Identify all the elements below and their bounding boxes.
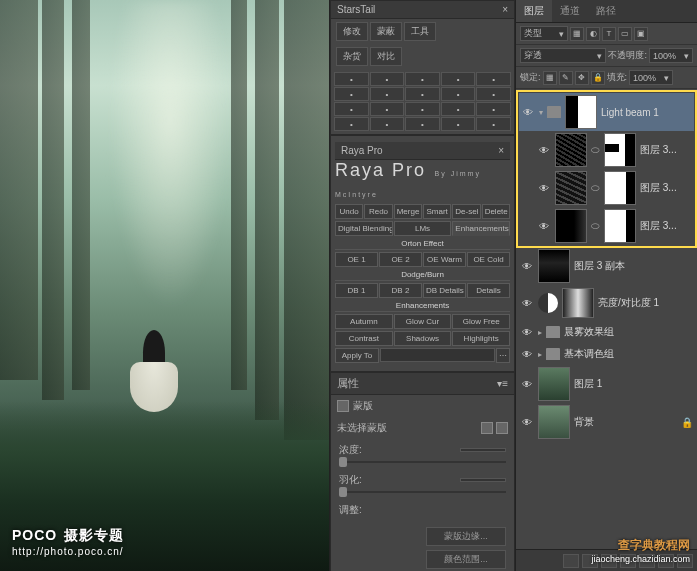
layer-name[interactable]: 基本调色组 — [564, 347, 614, 361]
tool-icon[interactable]: • — [441, 117, 476, 131]
tool-icon[interactable]: • — [370, 72, 405, 86]
layer-row[interactable]: 👁 ⬭ 图层 3... — [519, 169, 694, 207]
tool-icon[interactable]: • — [441, 87, 476, 101]
vector-mask-icon[interactable] — [496, 422, 508, 434]
oewarm-button[interactable]: OE Warm — [423, 252, 466, 267]
shadows-button[interactable]: Shadows — [394, 331, 452, 346]
db2-button[interactable]: DB 2 — [379, 283, 422, 298]
layer-mask[interactable] — [604, 209, 636, 243]
filter-pixel-icon[interactable]: ▦ — [570, 27, 584, 41]
details-button[interactable]: Details — [467, 283, 510, 298]
tool-icon[interactable]: • — [370, 117, 405, 131]
starstail-tab[interactable]: 修改 — [336, 22, 368, 41]
oecold-button[interactable]: OE Cold — [467, 252, 510, 267]
layer-thumb[interactable] — [555, 171, 587, 205]
lock-transparent-icon[interactable]: ▦ — [543, 71, 557, 85]
starstail-tab[interactable]: 对比 — [370, 47, 402, 66]
color-range-button[interactable]: 颜色范围... — [426, 550, 506, 569]
layer-row[interactable]: 👁 ▸ 基本调色组 — [518, 343, 695, 365]
highlights-button[interactable]: Highlights — [452, 331, 510, 346]
layer-name[interactable]: 图层 3... — [640, 143, 677, 157]
layer-thumb[interactable] — [538, 405, 570, 439]
undo-button[interactable]: Undo — [335, 204, 363, 219]
layer-row[interactable]: 👁 ▸ 晨雾效果组 — [518, 321, 695, 343]
apply-options-button[interactable]: ⋯ — [496, 348, 510, 363]
tool-icon[interactable]: • — [370, 102, 405, 116]
oe1-button[interactable]: OE 1 — [335, 252, 378, 267]
visibility-icon[interactable]: 👁 — [520, 347, 534, 361]
visibility-icon[interactable]: 👁 — [537, 143, 551, 157]
lock-pixels-icon[interactable]: ✎ — [559, 71, 573, 85]
mask-type-icon[interactable] — [337, 400, 349, 412]
visibility-icon[interactable]: 👁 — [521, 105, 535, 119]
tool-icon[interactable]: • — [476, 117, 511, 131]
starstail-tab[interactable]: 蒙蔽 — [370, 22, 402, 41]
tool-icon[interactable]: • — [334, 102, 369, 116]
tab-paths[interactable]: 路径 — [588, 0, 624, 22]
tool-icon[interactable]: • — [405, 87, 440, 101]
tab-enhancements[interactable]: Enhancements — [452, 221, 510, 236]
filter-shape-icon[interactable]: ▭ — [618, 27, 632, 41]
visibility-icon[interactable]: 👁 — [537, 219, 551, 233]
filter-adjust-icon[interactable]: ◐ — [586, 27, 600, 41]
visibility-icon[interactable]: 👁 — [520, 296, 534, 310]
opacity-input[interactable]: 100%▾ — [649, 48, 693, 63]
contrast-button[interactable]: Contrast — [335, 331, 393, 346]
close-icon[interactable]: × — [502, 4, 508, 15]
mask-edge-button[interactable]: 蒙版边缘... — [426, 527, 506, 546]
layer-mask[interactable] — [565, 95, 597, 129]
filter-smart-icon[interactable]: ▣ — [634, 27, 648, 41]
tool-icon[interactable]: • — [441, 72, 476, 86]
document-canvas[interactable]: POCO 摄影专题 http://photo.poco.cn/ — [0, 0, 329, 571]
layer-row[interactable]: 👁 图层 3 副本 — [518, 247, 695, 285]
tool-icon[interactable]: • — [476, 102, 511, 116]
layer-name[interactable]: 背景 — [574, 415, 594, 429]
layer-row[interactable]: 👁 亮度/对比度 1 — [518, 285, 695, 321]
starstail-tab[interactable]: 工具 — [404, 22, 436, 41]
layer-name[interactable]: 亮度/对比度 1 — [598, 296, 659, 310]
apply-to-button[interactable]: Apply To — [335, 348, 379, 363]
blend-mode-select[interactable]: 穿透▾ — [520, 48, 606, 63]
desel-button[interactable]: De-sel — [452, 204, 480, 219]
density-value[interactable] — [460, 448, 506, 452]
merge-button[interactable]: Merge — [394, 204, 422, 219]
layer-mask[interactable] — [604, 133, 636, 167]
layer-row[interactable]: 👁 背景 🔒 — [518, 403, 695, 441]
expand-icon[interactable]: ▸ — [538, 328, 542, 337]
layer-list[interactable]: 👁 ▾ Light beam 1 👁 ⬭ 图层 3... 👁 ⬭ — [516, 89, 697, 549]
fill-input[interactable]: 100%▾ — [629, 70, 673, 85]
tool-icon[interactable]: • — [334, 87, 369, 101]
visibility-icon[interactable]: 👁 — [537, 181, 551, 195]
layer-thumb[interactable] — [538, 249, 570, 283]
glowcur-button[interactable]: Glow Cur — [394, 314, 452, 329]
layer-name[interactable]: 图层 3 副本 — [574, 259, 625, 273]
close-icon[interactable]: × — [498, 145, 504, 156]
tab-digital-blending[interactable]: Digital Blending — [335, 221, 393, 236]
tab-lms[interactable]: LMs — [394, 221, 452, 236]
dbdetails-button[interactable]: DB Details — [423, 283, 466, 298]
filter-type-icon[interactable]: T — [602, 27, 616, 41]
visibility-icon[interactable]: 👁 — [520, 377, 534, 391]
visibility-icon[interactable]: 👁 — [520, 259, 534, 273]
lock-all-icon[interactable]: 🔒 — [591, 71, 605, 85]
layer-mask[interactable] — [562, 288, 594, 318]
layer-row[interactable]: 👁 ▾ Light beam 1 — [519, 93, 694, 131]
pixel-mask-icon[interactable] — [481, 422, 493, 434]
density-slider[interactable] — [339, 461, 506, 463]
visibility-icon[interactable]: 👁 — [520, 415, 534, 429]
glowfree-button[interactable]: Glow Free — [452, 314, 510, 329]
filter-kind-select[interactable]: 类型▾ — [520, 26, 568, 41]
tool-icon[interactable]: • — [334, 72, 369, 86]
smart-button[interactable]: Smart — [423, 204, 451, 219]
tool-icon[interactable]: • — [370, 87, 405, 101]
layer-row[interactable]: 👁 ⬭ 图层 3... — [519, 131, 694, 169]
delete-button[interactable]: Delete — [482, 204, 510, 219]
tool-icon[interactable]: • — [405, 102, 440, 116]
expand-icon[interactable]: ▸ — [538, 350, 542, 359]
layer-row[interactable]: 👁 图层 1 — [518, 365, 695, 403]
tool-icon[interactable]: • — [476, 72, 511, 86]
redo-button[interactable]: Redo — [364, 204, 392, 219]
feather-value[interactable] — [460, 478, 506, 482]
layer-thumb[interactable] — [538, 367, 570, 401]
tab-channels[interactable]: 通道 — [552, 0, 588, 22]
